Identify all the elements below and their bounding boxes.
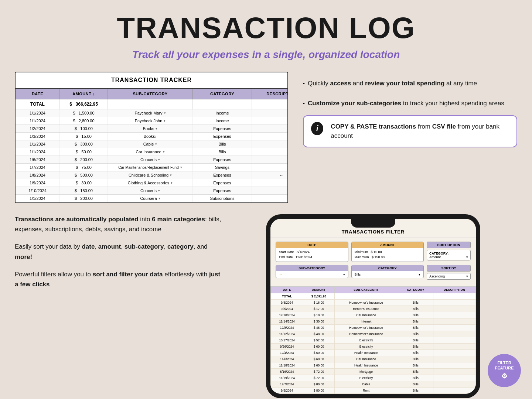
col-subcategory: SUB-CATEGORY <box>108 89 193 99</box>
table-row: 12/10/2024$ 18.00Car InsuranceBills <box>271 312 476 318</box>
ph-amount: AMOUNT <box>303 286 334 293</box>
access-review-text: Quickly access and review your total spe… <box>308 79 477 88</box>
table-row: 1/8/2024 $ 500.00 Childcare & Schooling … <box>16 171 287 179</box>
ph-date: DATE <box>271 286 303 293</box>
annotation-customize: • Customize your sub-categories to track… <box>303 99 517 108</box>
page-subtitle: Track all your expenses in a single, org… <box>0 49 532 61</box>
table-row: 11/6/2024$ 60.00Car InsuranceBills <box>271 356 476 362</box>
col-date: DATE <box>16 89 60 99</box>
table-row: 9/5/2024$ 80.00RentBills <box>271 387 476 393</box>
filter-section: DATE Start Date 8/1/2024 End Date 12/31/… <box>270 238 476 286</box>
table-row: 11/19/2024$ 72.00ElectricityBills <box>271 375 476 381</box>
col-description: DESCRIPTION <box>252 89 288 99</box>
table-row: 1/1/2024 $ 2,800.00 Paycheck John ▾ Inco… <box>16 117 287 125</box>
tracker-panel: TRANSACTION TRACKER DATE AMOUNT ↓ SUB-CA… <box>15 72 296 203</box>
table-row: 1/2/2024 $ 100.00 Books ▾ Expenses <box>16 125 287 133</box>
ph-subcategory: SUB-CATEGORY <box>334 286 398 293</box>
sort-option-area: SORT OPTION CATEGORY: Amount ▾ <box>427 242 471 260</box>
table-row: 11/14/2024$ 30.00InternetBills <box>271 318 476 324</box>
info-box: i COPY & PASTE transactions from CSV fil… <box>303 115 517 147</box>
col-category: CATEGORY <box>193 89 252 99</box>
table-row: 11/18/2024$ 60.00Health InsuranceBills <box>271 362 476 368</box>
table-row: 12/8/2024$ 48.00Homeowner's InsuranceBil… <box>271 324 476 331</box>
phone-screen: TRANSACTIONS FILTER DATE Start Date 8/1/… <box>270 219 476 394</box>
sort-by-value: Ascending ▾ <box>427 273 471 280</box>
total-label: TOTAL <box>16 99 60 109</box>
tracker-title: TRANSACTION TRACKER <box>111 77 192 83</box>
customize-text: Customize your sub-categories to track y… <box>308 99 504 108</box>
table-row: 1/1/2024 $ 300.00 Cable ▾ Bills <box>16 140 287 148</box>
copy-paste-text: COPY & PASTE transactions from CSV file … <box>331 122 509 141</box>
table-row: 1/9/2024 $ 30.00 Clothing & Accessories … <box>16 179 287 187</box>
phone-table-header: DATE AMOUNT SUB-CATEGORY CATEGORY DESCRI… <box>271 286 476 293</box>
category-filter-box: CATEGORY: Amount ▾ <box>427 250 471 260</box>
table-row: 10/17/2024$ 52.00ElectricityBills <box>271 337 476 343</box>
sort-text: Easily sort your data by date, amount, s… <box>15 242 222 262</box>
ph-category: CATEGORY <box>398 286 433 293</box>
phone-outer: TRANSACTIONS FILTER DATE Start Date 8/1/… <box>266 214 480 398</box>
auto-populate-text: Transactions are automatically populated… <box>15 214 222 234</box>
filter-row-2: SUB-CATEGORY → ▾ CATEGORY Bills ▾ <box>276 265 471 280</box>
col-amount: AMOUNT ↓ <box>60 89 108 99</box>
phone-data-table: DATE AMOUNT SUB-CATEGORY CATEGORY DESCRI… <box>270 286 476 394</box>
date-header: DATE <box>276 242 348 248</box>
tracker-header: DATE AMOUNT ↓ SUB-CATEGORY CATEGORY DESC… <box>16 89 287 99</box>
sort-option-label: SORT OPTION <box>427 242 471 248</box>
phone-total-row: TOTAL $ 2,091.20 <box>271 293 476 299</box>
filter-badge-icon: ⚙ <box>501 372 507 381</box>
phone-mockup: TRANSACTIONS FILTER DATE Start Date 8/1/… <box>229 214 517 398</box>
phone-notch <box>351 219 395 228</box>
category-filter-box-2: CATEGORY Bills ▾ <box>351 265 424 278</box>
tracker-table: TRANSACTION TRACKER DATE AMOUNT ↓ SUB-CA… <box>15 72 288 203</box>
category-header-2: CATEGORY <box>352 265 424 271</box>
page-title: TRANSACTION LOG <box>0 0 532 45</box>
total-category <box>193 99 252 109</box>
filter-title: TRANSACTIONS FILTER <box>270 226 476 238</box>
table-row: 1/3/2024 $ 15.00 Books ↓ Expenses <box>16 133 287 140</box>
filter-results-table: DATE AMOUNT SUB-CATEGORY CATEGORY DESCRI… <box>270 286 476 394</box>
bottom-left-text: Transactions are automatically populated… <box>15 214 222 398</box>
table-row: 1/6/2024 $ 200.00 Concerts ▾ Expenses <box>16 156 287 164</box>
info-icon: i <box>311 122 323 135</box>
ph-description: DESCRIPTION <box>433 286 476 293</box>
annotation-access: • Quickly access and review your total s… <box>303 79 517 88</box>
table-row: 1/7/2024 $ 75.00 Car Maintenance/Replace… <box>16 164 287 171</box>
tracker-title-row: TRANSACTION TRACKER <box>16 72 287 89</box>
total-amount: $ 366,622.95 <box>60 99 108 109</box>
filter-feature-badge: FILTERFEATURE ⚙ <box>488 354 521 387</box>
amount-filter-box: AMOUNT Minimum $ 15.00 Maximum $ 150.00 <box>351 242 424 262</box>
table-row: 1/10/2024 $ 150.00 Concerts ▾ Expenses <box>16 187 287 195</box>
table-row: 1/1/2024 $ 200.00 Coursera ▾ Subscriptio… <box>16 195 287 202</box>
table-row: 9/8/2024$ 16.00Homeowner's InsuranceBill… <box>271 299 476 306</box>
table-row: 12/4/2024$ 60.00Health InsuranceBills <box>271 349 476 356</box>
table-row: 11/12/2024$ 48.00Homeowner's InsuranceBi… <box>271 331 476 337</box>
total-description <box>252 99 288 109</box>
subcategory-header: SUB-CATEGORY <box>276 265 348 271</box>
subcategory-filter-box: SUB-CATEGORY → ▾ <box>276 265 348 278</box>
total-subcategory <box>108 99 193 109</box>
amount-header: AMOUNT <box>352 242 424 248</box>
right-annotations: • Quickly access and review your total s… <box>303 72 517 203</box>
filter-row-1: DATE Start Date 8/1/2024 End Date 12/31/… <box>276 242 471 262</box>
amount-body: Minimum $ 15.00 Maximum $ 150.00 <box>355 249 421 260</box>
filter-badge-text: FILTERFEATURE <box>495 360 514 371</box>
table-row: 12/7/2024$ 80.00CableBills <box>271 381 476 387</box>
table-row: 1/1/2024 $ 50.00 Car Insurance ▾ Bills <box>16 148 287 156</box>
table-row: 8/16/2024$ 72.00MortgageBills <box>271 368 476 375</box>
filter-text: Powerful filters allow you to sort and f… <box>15 269 222 289</box>
tracker-total-row: TOTAL $ 366,622.95 <box>16 99 287 109</box>
table-row: 1/1/2024 $ 1,500.00 Paycheck Mary ▾ Inco… <box>16 109 287 117</box>
date-filter-box: DATE Start Date 8/1/2024 End Date 12/31/… <box>276 242 348 262</box>
sort-by-label: SORT BY <box>427 265 471 272</box>
sort-by-area: SORT BY Ascending ▾ <box>427 265 471 280</box>
table-row: 9/8/2024$ 17.00Renter's InsuranceBills <box>271 306 476 312</box>
date-body: Start Date 8/1/2024 End Date 12/31/2024 <box>279 249 345 260</box>
table-row: 9/26/2024$ 60.00ElectricityBills <box>271 343 476 349</box>
